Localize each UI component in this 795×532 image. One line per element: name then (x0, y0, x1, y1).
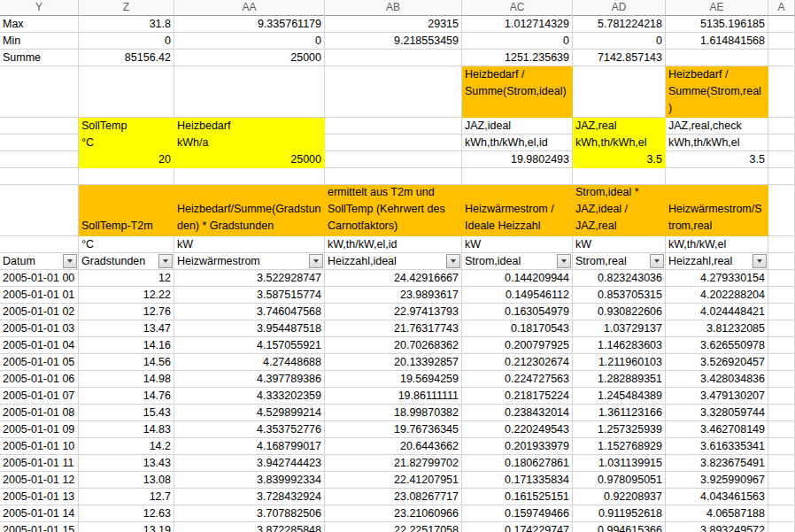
value-cell[interactable]: 4.06587188 (666, 505, 768, 522)
value-cell[interactable]: 3.526920457 (666, 354, 768, 371)
cell[interactable] (0, 151, 79, 168)
value-cell[interactable]: 13.19 (79, 522, 174, 532)
calc-desc-AD[interactable]: Strom,ideal * JAZ,ideal / JAZ,real (573, 185, 666, 236)
param-value-Z[interactable]: 20 (79, 151, 174, 168)
value-cell[interactable]: 0.238432014 (462, 405, 573, 421)
note-heizbedarf-strom-ideal[interactable]: Heizbedarf / Summe(Strom,ideal) (462, 66, 573, 118)
value-cell[interactable]: 3.893249572 (666, 522, 768, 532)
date-cell[interactable]: 2005-01-01 11 (0, 455, 79, 472)
date-cell[interactable]: 2005-01-01 07 (0, 388, 79, 405)
filter-dropdown-button[interactable] (158, 254, 173, 268)
value-cell[interactable]: 3.839992334 (174, 472, 325, 489)
value-cell[interactable]: 22.22517058 (325, 522, 462, 532)
value-cell[interactable]: 1.146283603 (573, 337, 666, 354)
value-cell[interactable]: 0.159749466 (462, 505, 573, 522)
param-unit-AC[interactable]: kWh,th/kWh,el,id (462, 135, 573, 151)
value-cell[interactable]: 0.218175224 (462, 388, 573, 405)
calc-unit-AB[interactable]: kW,th/kW,el,id (325, 236, 462, 253)
filter-dropdown-button[interactable] (309, 254, 323, 268)
stat-value-cell[interactable] (325, 50, 462, 66)
stat-value-cell[interactable]: 85156.42 (79, 50, 174, 66)
param-unit-Z[interactable]: °C (79, 135, 174, 151)
param-label-AB[interactable] (325, 118, 462, 135)
calc-desc-Z[interactable]: SollTemp-T2m (79, 185, 174, 236)
value-cell[interactable]: 0.180627861 (462, 455, 573, 472)
note-heizbedarf-strom-real[interactable]: Heizbedarf / Summe(Strom,real) (666, 66, 768, 118)
cell[interactable] (462, 168, 573, 185)
value-cell[interactable]: 19.86111111 (325, 388, 462, 405)
filter-cell-datum[interactable]: Datum (0, 253, 79, 270)
date-cell[interactable]: 2005-01-01 01 (0, 287, 79, 304)
date-cell[interactable]: 2005-01-01 15 (0, 522, 79, 532)
value-cell[interactable]: 4.157055921 (174, 337, 325, 354)
stat-value-cell[interactable]: 5.781224218 (573, 16, 666, 33)
cell[interactable] (768, 421, 795, 438)
row-label[interactable]: Summe (0, 50, 79, 66)
cell[interactable] (79, 168, 174, 185)
date-cell[interactable]: 2005-01-01 10 (0, 438, 79, 455)
cell[interactable] (768, 118, 795, 135)
date-cell[interactable]: 2005-01-01 14 (0, 505, 79, 522)
cell[interactable] (0, 168, 79, 185)
cell[interactable] (768, 455, 795, 472)
cell[interactable] (0, 66, 79, 118)
param-unit-AE[interactable]: kWh,th/kWh,el (666, 135, 768, 151)
calc-unit-Z[interactable]: °C (79, 236, 174, 253)
cell[interactable] (768, 304, 795, 320)
value-cell[interactable]: 4.279330154 (666, 270, 768, 287)
cell[interactable] (768, 270, 795, 287)
column-header-AA[interactable]: AA (174, 0, 325, 16)
stat-value-cell[interactable]: 9.218553459 (325, 33, 462, 50)
param-label-AC[interactable]: JAZ,ideal (462, 118, 573, 135)
date-cell[interactable]: 2005-01-01 12 (0, 472, 79, 489)
value-cell[interactable]: 4.27448688 (174, 354, 325, 371)
row-label[interactable]: Max (0, 16, 79, 33)
value-cell[interactable]: 0.220249543 (462, 421, 573, 438)
value-cell[interactable]: 20.13392857 (325, 354, 462, 371)
cell[interactable] (0, 236, 79, 253)
cell[interactable] (768, 354, 795, 371)
value-cell[interactable]: 1.282889351 (573, 371, 666, 388)
value-cell[interactable]: 0.161525151 (462, 489, 573, 505)
cell[interactable] (768, 50, 795, 66)
date-cell[interactable]: 2005-01-01 06 (0, 371, 79, 388)
param-value-AA[interactable]: 25000 (174, 151, 325, 168)
calc-unit-AC[interactable]: kW (462, 236, 573, 253)
stat-value-cell[interactable]: 5135.196185 (666, 16, 768, 33)
cell[interactable] (174, 66, 325, 118)
value-cell[interactable]: 14.76 (79, 388, 174, 405)
value-cell[interactable]: 3.522928747 (174, 270, 325, 287)
column-header-AD[interactable]: AD (573, 0, 666, 16)
cell[interactable] (768, 522, 795, 532)
row-label[interactable]: Min (0, 33, 79, 50)
value-cell[interactable]: 19.5694259 (325, 371, 462, 388)
value-cell[interactable]: 12.76 (79, 304, 174, 320)
column-header-Z[interactable]: Z (79, 0, 174, 16)
filter-dropdown-button[interactable] (753, 254, 767, 268)
stat-value-cell[interactable]: 1.012714329 (462, 16, 573, 33)
value-cell[interactable]: 1.211960103 (573, 354, 666, 371)
cell[interactable] (768, 253, 795, 270)
cell[interactable] (768, 438, 795, 455)
filter-cell-strom-real[interactable]: Strom,real (573, 253, 666, 270)
column-header-AE[interactable]: AE (666, 0, 768, 16)
value-cell[interactable]: 0.994615366 (573, 522, 666, 532)
value-cell[interactable]: 0.149546112 (462, 287, 573, 304)
value-cell[interactable]: 0.163054979 (462, 304, 573, 320)
cell[interactable] (768, 472, 795, 489)
date-cell[interactable]: 2005-01-01 05 (0, 354, 79, 371)
cell[interactable] (768, 151, 795, 168)
value-cell[interactable]: 23.21060966 (325, 505, 462, 522)
calc-unit-AD[interactable]: kW (573, 236, 666, 253)
value-cell[interactable]: 21.76317743 (325, 320, 462, 337)
value-cell[interactable]: 0.200797925 (462, 337, 573, 354)
cell[interactable] (768, 489, 795, 505)
value-cell[interactable]: 4.397789386 (174, 371, 325, 388)
cell[interactable] (325, 168, 462, 185)
date-cell[interactable]: 2005-01-01 13 (0, 489, 79, 505)
value-cell[interactable]: 0.911952618 (573, 505, 666, 522)
param-label-AE[interactable]: JAZ,real,check (666, 118, 768, 135)
stat-value-cell[interactable]: 0 (174, 33, 325, 50)
value-cell[interactable]: 12.63 (79, 505, 174, 522)
value-cell[interactable]: 24.42916667 (325, 270, 462, 287)
